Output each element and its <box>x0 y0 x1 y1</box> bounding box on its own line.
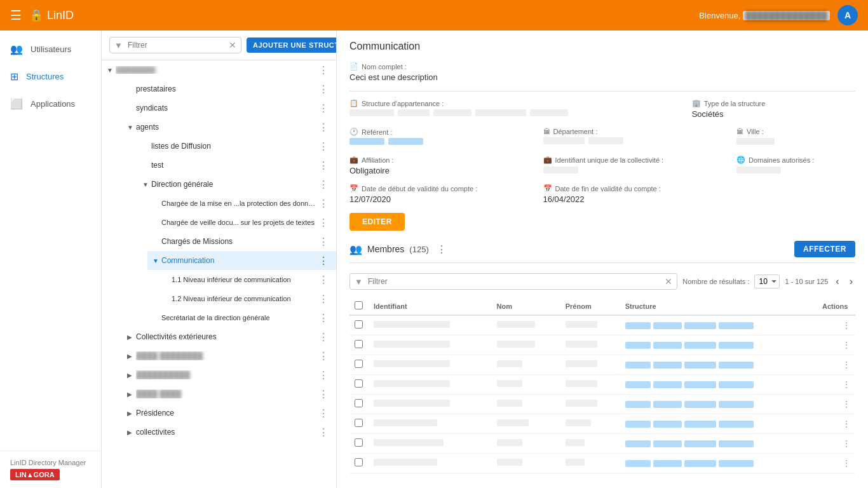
main-content: Communication 📄 Nom complet : Ceci est u… <box>337 30 868 488</box>
row-checkbox-4[interactable] <box>355 399 363 407</box>
th-structure[interactable]: Structure <box>620 297 817 315</box>
tree-body: ▼ ████████ ⋮ prestataires ⋮ syndicats ⋮ <box>102 60 336 488</box>
row-checkbox-3[interactable] <box>355 379 363 388</box>
arrow-presidence: ▶ <box>127 410 136 417</box>
sidebar-item-structures[interactable]: ⊞ Structures <box>0 63 101 90</box>
more-blurred2[interactable]: ⋮ <box>316 369 331 381</box>
filter-icon: ▼ <box>114 41 123 50</box>
tree-label-test: test <box>151 161 316 170</box>
footer-brand-text: LinID Directory Manager <box>10 459 91 466</box>
th-prenom[interactable]: Prénom <box>560 297 620 315</box>
sidebar-item-applications[interactable]: ⬜ Applications <box>0 90 101 118</box>
more-secretariat[interactable]: ⋮ <box>316 312 331 324</box>
tree-row-communication[interactable]: ▼ Communication ⋮ <box>147 251 336 270</box>
results-select[interactable]: 10 25 50 <box>754 274 780 288</box>
row-checkbox-7[interactable] <box>355 458 363 466</box>
tree-row-syndicats[interactable]: syndicats ⋮ <box>112 98 336 118</box>
more-direction-generale[interactable]: ⋮ <box>316 179 331 191</box>
row-checkbox-2[interactable] <box>355 360 363 368</box>
next-page-button[interactable]: › <box>847 274 855 288</box>
table-filter-clear[interactable]: ✕ <box>665 276 672 287</box>
info-value-date-fin: 16/04/2022 <box>543 194 722 204</box>
more-chargee-mise-en[interactable]: ⋮ <box>316 198 331 210</box>
tree-row-chargee-mise-en[interactable]: Chargée de la mise en ...la protection d… <box>147 194 336 213</box>
table-row: ⋮ <box>349 414 855 434</box>
info-label-domaines-autorises: 🌐 Domaines autorisés : <box>736 156 855 164</box>
tree-row-niveau-12[interactable]: 1.2 Niveau inférieur de communication ⋮ <box>158 289 336 308</box>
more-syndicats[interactable]: ⋮ <box>316 102 331 114</box>
more-niveau-12[interactable]: ⋮ <box>316 293 331 305</box>
tree-row-chargee-veille[interactable]: Chargée de veille docu... sur les projet… <box>147 213 336 232</box>
tree-row-niveau-11[interactable]: 1.1 Niveau inférieur de communication ⋮ <box>158 270 336 289</box>
more-charges-missions[interactable]: ⋮ <box>316 236 331 248</box>
hamburger-icon[interactable]: ☰ <box>10 8 22 23</box>
row-prenom-2 <box>560 355 620 375</box>
row-checkbox-5[interactable] <box>355 419 363 427</box>
tree-label-blurred2: ██████████ <box>136 370 316 379</box>
th-identifiant[interactable]: Identifiant <box>369 297 492 315</box>
info-value-referent <box>349 138 528 145</box>
tree-row-blurred3[interactable]: ▶ ████ ████ ⋮ <box>112 384 336 403</box>
tree-filter-input[interactable] <box>109 37 241 53</box>
row-actions-4[interactable]: ⋮ <box>817 395 855 414</box>
row-actions-7[interactable]: ⋮ <box>817 454 855 473</box>
more-listes[interactable]: ⋮ <box>316 140 331 152</box>
row-checkbox-0[interactable] <box>355 320 363 329</box>
tree-row-presidence[interactable]: ▶ Présidence ⋮ <box>112 403 336 423</box>
sidebar: 👥 Utilisateurs ⊞ Structures ⬜ Applicatio… <box>0 30 102 488</box>
tree-row-charges-missions[interactable]: Chargés de Missions ⋮ <box>147 232 336 251</box>
tree-row-collectivites[interactable]: ▶ collectivites ⋮ <box>112 423 336 442</box>
tree-row-direction-generale[interactable]: ▼ Direction générale ⋮ <box>137 175 336 194</box>
sidebar-item-utilisateurs[interactable]: 👥 Utilisateurs <box>0 36 101 63</box>
tree-row-collectivites-ext[interactable]: ▶ Collectivités extérieures ⋮ <box>112 327 336 346</box>
sidebar-footer: LinID Directory Manager LIN▲GORA <box>0 451 101 488</box>
tree-row-listes-diffusion[interactable]: listes de Diffusion ⋮ <box>137 137 336 156</box>
more-presidence[interactable]: ⋮ <box>316 407 331 419</box>
row-actions-0[interactable]: ⋮ <box>817 315 855 336</box>
tree-row-root[interactable]: ▼ ████████ ⋮ <box>102 60 336 79</box>
prev-page-button[interactable]: ‹ <box>833 274 841 288</box>
more-communication[interactable]: ⋮ <box>316 255 331 267</box>
header-right: Bienvenue, ██████████████ A <box>699 5 858 25</box>
more-collectivites[interactable]: ⋮ <box>316 426 331 438</box>
avatar[interactable]: A <box>837 5 858 25</box>
more-agents[interactable]: ⋮ <box>316 121 331 133</box>
more-chargee-veille[interactable]: ⋮ <box>316 217 331 229</box>
tree-row-test[interactable]: test ⋮ <box>137 156 336 175</box>
tree-row-blurred1[interactable]: ▶ ████ ████████ ⋮ <box>112 346 336 365</box>
tree-row-agents[interactable]: ▼ agents ⋮ <box>112 118 336 137</box>
row-checkbox-6[interactable] <box>355 438 363 447</box>
members-more-icon[interactable]: ⋮ <box>437 243 447 255</box>
info-label-identifiant-unique: 💼 Identifiant unique de la collectivité … <box>543 156 722 164</box>
row-checkbox-1[interactable] <box>355 340 363 348</box>
add-structure-button[interactable]: AJOUTER UNE STRUCTURE <box>247 37 337 53</box>
table-row: ⋮ <box>349 355 855 375</box>
tree-row-blurred2[interactable]: ▶ ██████████ ⋮ <box>112 365 336 384</box>
row-actions-5[interactable]: ⋮ <box>817 414 855 434</box>
struct-blurred-4 <box>475 109 526 116</box>
tree-row-secretariat[interactable]: Secrétariat de la direction générale ⋮ <box>147 308 336 327</box>
info-label-nom-complet: 📄 Nom complet : <box>349 62 855 71</box>
more-blurred1[interactable]: ⋮ <box>316 350 331 362</box>
edit-button[interactable]: EDITER <box>349 213 405 231</box>
th-nom[interactable]: Nom <box>492 297 560 315</box>
tree-row-prestataires[interactable]: prestataires ⋮ <box>112 79 336 98</box>
more-blurred3[interactable]: ⋮ <box>316 388 331 400</box>
tree-label-presidence: Présidence <box>136 409 316 417</box>
row-actions-6[interactable]: ⋮ <box>817 434 855 454</box>
row-actions-1[interactable]: ⋮ <box>817 336 855 355</box>
more-niveau-11[interactable]: ⋮ <box>316 274 331 286</box>
table-filter-input[interactable] <box>349 273 677 290</box>
row-actions-2[interactable]: ⋮ <box>817 355 855 375</box>
info-field-domaines-autorises: 🌐 Domaines autorisés : <box>736 156 855 175</box>
affect-button[interactable]: AFFECTER <box>794 241 855 257</box>
select-all-checkbox[interactable] <box>355 301 363 309</box>
struct-blurred-1 <box>349 109 394 116</box>
row-actions-3[interactable]: ⋮ <box>817 375 855 395</box>
arrow-agents: ▼ <box>127 124 136 131</box>
filter-clear-icon[interactable]: ✕ <box>229 40 236 50</box>
more-collectivites-ext[interactable]: ⋮ <box>316 331 331 343</box>
tree-more-root[interactable]: ⋮ <box>316 64 331 76</box>
more-prestataires[interactable]: ⋮ <box>316 83 331 95</box>
more-test[interactable]: ⋮ <box>316 159 331 172</box>
